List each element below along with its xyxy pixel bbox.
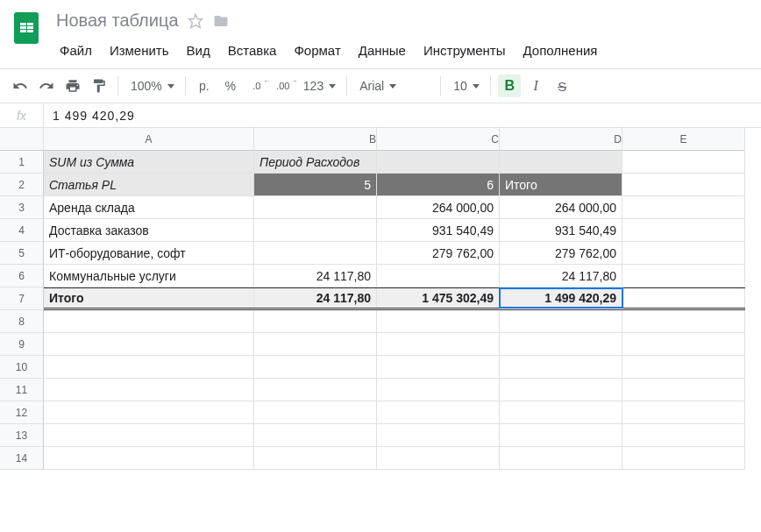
cell[interactable] [500,151,622,174]
more-formats-dropdown[interactable]: 123 [298,79,339,93]
cell[interactable] [622,356,745,379]
row-header[interactable]: 8 [0,310,44,333]
cell[interactable] [254,401,377,424]
cell[interactable]: 931 540,49 [377,219,500,242]
cell[interactable]: Итого [500,174,622,196]
cell[interactable] [622,288,745,308]
cell[interactable] [622,265,745,287]
cell[interactable]: 279 762,00 [377,242,500,265]
cell[interactable]: Коммунальные услуги [44,265,254,287]
cell[interactable]: 6 [377,174,500,196]
cell[interactable] [622,379,745,401]
row-header[interactable]: 6 [0,265,44,287]
column-header-b[interactable]: B [254,128,377,151]
cell[interactable] [500,310,622,333]
menu-edit[interactable]: Изменить [101,38,178,63]
cell[interactable] [622,174,745,196]
cell[interactable]: 264 000,00 [377,196,500,219]
undo-button[interactable] [9,74,32,97]
bold-button[interactable]: B [498,74,521,97]
select-all-corner[interactable] [0,128,44,151]
cell[interactable] [44,401,254,424]
row-header[interactable]: 1 [0,151,44,174]
row-header[interactable]: 2 [0,174,44,196]
cell[interactable] [377,310,500,333]
cell[interactable]: 279 762,00 [500,242,622,265]
cell[interactable] [377,379,500,401]
row-header[interactable]: 10 [0,356,44,379]
cell[interactable] [254,356,377,379]
cell[interactable] [500,401,622,424]
cell[interactable] [377,447,500,470]
cell[interactable]: Доставка заказов [44,219,254,242]
column-header-e[interactable]: E [622,128,745,151]
cell[interactable]: Статья PL [44,174,254,196]
zoom-dropdown[interactable]: 100% [125,79,178,93]
cell[interactable] [254,379,377,401]
column-header-d[interactable]: D [500,128,622,151]
star-icon[interactable] [188,13,203,29]
cell[interactable] [254,333,377,356]
row-header[interactable]: 7 [0,287,44,310]
column-header-c[interactable]: C [377,128,500,151]
cell[interactable] [254,219,377,242]
menu-addons[interactable]: Дополнения [515,38,607,63]
cell[interactable]: Итого [44,288,254,308]
cell[interactable] [44,424,254,447]
cell[interactable] [377,151,500,174]
cell[interactable] [377,401,500,424]
cell[interactable]: Период Расходов [254,151,377,174]
cell[interactable] [500,424,622,447]
cell[interactable] [500,379,622,401]
menu-data[interactable]: Данные [350,38,415,63]
menu-insert[interactable]: Вставка [219,38,286,63]
cell[interactable]: Аренда склада [44,196,254,219]
row-header[interactable]: 4 [0,219,44,242]
cell[interactable] [622,196,745,219]
cell[interactable] [44,333,254,356]
cell[interactable] [44,356,254,379]
cell[interactable] [44,447,254,470]
cell[interactable] [622,424,745,447]
menu-tools[interactable]: Инструменты [415,38,515,63]
cell[interactable] [622,310,745,333]
font-dropdown[interactable]: Arial [354,79,433,93]
cell[interactable]: 5 [254,174,377,196]
cell[interactable] [500,356,622,379]
cell[interactable] [254,447,377,470]
paint-format-button[interactable] [88,74,110,97]
row-header[interactable]: 13 [0,424,44,447]
strikethrough-button[interactable]: S [551,74,573,97]
menu-view[interactable]: Вид [178,38,219,63]
cell[interactable] [622,219,745,242]
folder-icon[interactable] [212,13,230,29]
cell[interactable]: 931 540,49 [500,219,622,242]
row-header[interactable]: 5 [0,242,44,265]
increase-decimal-button[interactable]: .00→ [272,74,295,97]
cell[interactable] [254,424,377,447]
cell[interactable] [377,333,500,356]
row-header[interactable]: 11 [0,379,44,401]
cell[interactable] [622,333,745,356]
row-header[interactable]: 14 [0,447,44,470]
menu-format[interactable]: Формат [285,38,349,63]
cell[interactable] [254,196,377,219]
cell[interactable] [500,447,622,470]
cell[interactable]: 24 117,80 [254,265,377,287]
row-header[interactable]: 3 [0,196,44,219]
cell[interactable] [622,242,745,265]
cell[interactable] [44,310,254,333]
cell[interactable]: ИТ-оборудование, софт [44,242,254,265]
cell[interactable]: 24 117,80 [500,265,622,287]
row-header[interactable]: 12 [0,401,44,424]
font-size-dropdown[interactable]: 10 [448,79,483,93]
cell[interactable] [622,401,745,424]
cell[interactable] [254,242,377,265]
row-header[interactable]: 9 [0,333,44,356]
cell[interactable] [377,424,500,447]
cell[interactable] [377,356,500,379]
menu-file[interactable]: Файл [51,38,101,63]
cell[interactable] [622,151,745,174]
percent-button[interactable]: % [219,74,242,97]
cell[interactable]: 24 117,80 [254,288,377,308]
